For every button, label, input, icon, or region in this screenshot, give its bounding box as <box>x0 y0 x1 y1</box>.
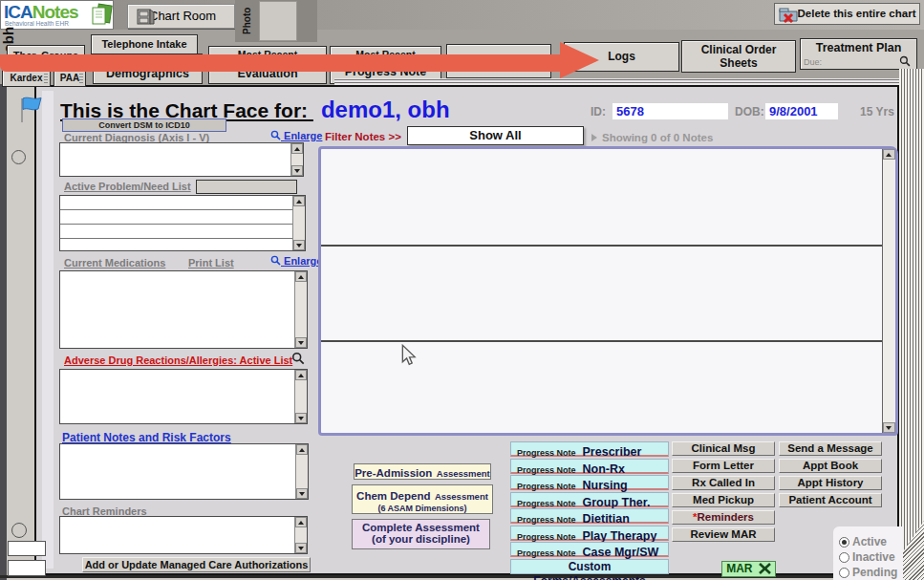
chart-room-button[interactable]: Chart Room <box>127 4 235 29</box>
tab-treatment-plan[interactable]: Treatment Plan Due: <box>800 38 917 70</box>
scroll-up-icon[interactable] <box>883 149 895 160</box>
complete-assessment-button[interactable]: Complete Assessment (of your discipline) <box>352 519 490 549</box>
scroll-down-icon[interactable] <box>883 422 895 433</box>
radio-selected-icon[interactable] <box>839 537 849 548</box>
notes-scrollbar[interactable] <box>882 149 895 433</box>
current-medications-listbox[interactable] <box>59 270 308 349</box>
progress-note-nonrx-button[interactable]: Progress NoteNon-Rx <box>510 459 669 474</box>
scroll-up-icon[interactable] <box>296 444 308 455</box>
adr-search-icon[interactable] <box>291 352 305 365</box>
radio-icon[interactable] <box>839 568 849 578</box>
scrollbar[interactable] <box>294 370 307 423</box>
showing-count-label: Showing 0 of 0 Notes <box>602 132 713 143</box>
delete-chart-label: Delete this entire chart <box>798 8 916 19</box>
id-label: ID: <box>591 105 606 118</box>
delete-chart-button[interactable]: Delete this entire chart <box>774 3 920 25</box>
age-value: 15 Yrs <box>860 105 894 118</box>
diagnosis-enlarge-link[interactable]: Enlarge <box>270 130 322 141</box>
scroll-up-icon[interactable] <box>295 271 307 282</box>
radio-icon[interactable] <box>839 552 849 563</box>
scrollbar[interactable] <box>292 196 305 250</box>
tab-clinical-order-sheets[interactable]: Clinical Order Sheets <box>681 40 796 73</box>
current-diagnosis-listbox[interactable] <box>59 142 304 177</box>
stacked-charts-right-edge <box>899 69 924 575</box>
med-pickup-button[interactable]: Med Pickup <box>672 493 775 507</box>
appt-history-button[interactable]: Appt History <box>779 476 882 490</box>
bottom-left-field-1[interactable] <box>8 541 46 556</box>
patient-notes-label[interactable]: Patient Notes and Risk Factors <box>62 431 231 444</box>
scroll-down-icon[interactable] <box>295 543 307 553</box>
dob-field[interactable]: 9/8/2001 <box>765 103 838 119</box>
review-mar-button[interactable]: Review MAR <box>672 527 775 542</box>
bottom-left-field-2[interactable] <box>8 560 46 576</box>
scroll-up-icon[interactable] <box>291 143 303 154</box>
convert-dsm-icd10-button[interactable]: Convert DSM to ICD10 <box>62 118 226 132</box>
icanotes-chart-face-window: ICANotes Behavioral Health EHR Chart Roo… <box>0 0 924 580</box>
progress-note-prescriber-button[interactable]: Progress NotePrescriber <box>510 441 669 457</box>
scroll-down-icon[interactable] <box>296 488 308 499</box>
patient-name-value: demo1, obh <box>321 97 450 123</box>
progress-note-nursing-button[interactable]: Progress NoteNursing <box>510 475 669 490</box>
mar-button[interactable]: MAR <box>721 561 776 577</box>
scroll-down-icon[interactable] <box>293 240 305 250</box>
scroll-up-icon[interactable] <box>295 517 307 527</box>
mar-x-icon <box>759 563 771 574</box>
tab-grip <box>44 73 48 83</box>
tab-telephone-intake-form[interactable]: Telephone Intake Form <box>91 34 198 54</box>
patient-account-button[interactable]: Patient Account <box>779 493 882 507</box>
scroll-down-icon[interactable] <box>291 165 303 176</box>
rx-called-in-button[interactable]: Rx Called In <box>672 476 775 490</box>
scroll-up-icon[interactable] <box>293 196 305 206</box>
custom-forms-assessments-button[interactable]: Custom Forms/Assessments <box>510 559 669 574</box>
scroll-down-icon[interactable] <box>295 413 307 423</box>
progress-note-dietitian-button[interactable]: Progress NoteDietitian <box>510 508 669 524</box>
scrollbar[interactable] <box>290 143 303 176</box>
active-problem-listbox[interactable] <box>59 195 306 251</box>
scrollbar[interactable] <box>295 444 308 499</box>
scroll-down-icon[interactable] <box>295 337 307 348</box>
adverse-reactions-listbox[interactable] <box>59 369 308 424</box>
pre-admission-assessment-button[interactable]: Pre-Admission Assessment <box>354 463 491 480</box>
tab-grip <box>79 73 83 83</box>
panel-inner-edge <box>42 91 54 569</box>
send-a-message-button[interactable]: Send a Message <box>779 441 882 456</box>
reminders-button[interactable]: *Reminders <box>672 510 775 525</box>
id-field[interactable]: 5678 <box>612 103 728 119</box>
scrollbar[interactable] <box>294 517 307 553</box>
chart-status-circle[interactable] <box>11 150 26 164</box>
notes-row-divider <box>321 340 883 342</box>
radio-active[interactable]: Active <box>839 535 887 548</box>
current-medications-label: Current Medications <box>64 257 165 269</box>
appt-book-button[interactable]: Appt Book <box>779 459 882 473</box>
bottom-left-circle[interactable] <box>11 523 27 538</box>
search-icon <box>270 130 281 140</box>
active-problem-field[interactable] <box>196 180 297 194</box>
window-left-frame <box>0 84 7 580</box>
mouse-cursor <box>400 344 418 367</box>
file-cabinet-icon <box>137 9 155 25</box>
radio-pending[interactable]: Pending <box>839 566 897 579</box>
progress-note-play-therapy-button[interactable]: Progress NotePlay Therapy <box>510 526 669 541</box>
progress-note-case-mgr-button[interactable]: Progress NoteCase Mgr/SW <box>510 542 669 557</box>
scroll-up-icon[interactable] <box>295 370 307 380</box>
patient-photo-placeholder[interactable] <box>259 1 297 41</box>
progress-note-group-ther-button[interactable]: Progress NoteGroup Ther. <box>510 492 669 507</box>
treatment-plan-due-label: Due: <box>804 57 822 67</box>
flag-icon[interactable] <box>19 96 44 124</box>
radio-inactive[interactable]: Inactive <box>839 550 895 564</box>
print-list-link[interactable]: Print List <box>188 257 234 269</box>
chart-reminders-listbox[interactable] <box>59 516 308 554</box>
showing-arrow-icon <box>591 134 597 141</box>
annotation-arrow-head <box>560 42 599 78</box>
medications-enlarge-link[interactable]: Enlarge <box>270 255 322 267</box>
show-all-dropdown[interactable]: Show All <box>407 126 584 145</box>
notes-list-panel[interactable] <box>318 146 898 436</box>
scrollbar[interactable] <box>294 271 307 348</box>
managed-care-button[interactable]: Add or Update Managed Care Authorization… <box>82 557 311 572</box>
annotation-arrow-tail <box>0 54 561 72</box>
treatment-plan-search-icon[interactable] <box>899 55 911 67</box>
form-letter-button[interactable]: Form Letter <box>672 459 775 473</box>
clinical-msg-button[interactable]: Clinical Msg <box>672 441 775 456</box>
patient-notes-listbox[interactable] <box>59 443 309 500</box>
chem-depend-assessment-button[interactable]: Chem Depend Assessment (6 ASAM Dimension… <box>352 484 493 514</box>
